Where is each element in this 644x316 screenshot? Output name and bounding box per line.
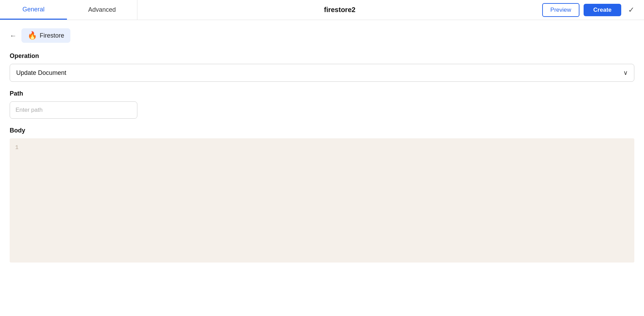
operation-label: Operation — [10, 52, 634, 60]
path-input[interactable] — [10, 101, 137, 119]
breadcrumb: ← 🔥 Firestore — [10, 28, 634, 43]
preview-button[interactable]: Preview — [542, 3, 579, 17]
operation-selected-value: Update Document — [16, 69, 66, 77]
service-badge[interactable]: 🔥 Firestore — [21, 28, 70, 43]
body-editor[interactable]: 1 — [10, 138, 634, 263]
page-title: firestore2 — [137, 6, 542, 14]
main-content: ← 🔥 Firestore Operation Update Document … — [0, 20, 644, 271]
firestore-icon: 🔥 — [28, 31, 37, 40]
dropdown-chevron-icon: ∨ — [623, 69, 628, 77]
service-name: Firestore — [40, 32, 64, 39]
header: General Advanced firestore2 Preview Crea… — [0, 0, 644, 20]
path-label: Path — [10, 90, 634, 97]
back-icon[interactable]: ← — [10, 32, 17, 40]
create-button[interactable]: Create — [584, 4, 621, 16]
line-number: 1 — [15, 145, 22, 256]
tab-general[interactable]: General — [0, 0, 67, 20]
tab-advanced[interactable]: Advanced — [67, 0, 137, 20]
body-label: Body — [10, 127, 634, 134]
header-actions: Preview Create ✓ — [542, 3, 644, 17]
operation-dropdown[interactable]: Update Document ∨ — [10, 64, 634, 82]
chevron-down-icon[interactable]: ✓ — [625, 4, 637, 16]
